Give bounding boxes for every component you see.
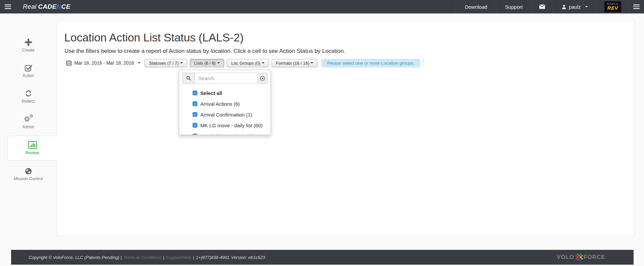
footer-separator: | [193,255,194,260]
brand-n: N [56,3,61,10]
list-option[interactable]: ✓ Arrival Confirmation (1) [182,109,268,120]
checkbox-checked-icon[interactable]: ✓ [193,112,197,117]
user-icon [562,4,566,9]
sidebar-item-admin[interactable]: ⚙ ⚙ Admin [0,115,56,129]
sidebar-item-action[interactable]: Action [0,64,56,78]
nav-mobile-rev[interactable]: MOBILE REV [597,0,629,13]
chevron-down-icon [585,6,588,7]
brand-cade: CADE [38,3,56,10]
sidebar-item-label: Mission Control [14,176,43,181]
dropdown-search-group [182,73,268,84]
search-input[interactable] [195,73,258,84]
page-title: Location Action List Status (LALS-2) [64,31,244,44]
globe-icon [25,168,32,175]
brand-ce: CE [61,3,70,10]
brand-real: Real [23,3,36,10]
mobile-rev-logo: MOBILE REV [604,1,621,12]
circle-x-icon [260,76,265,81]
sidebar-item-label: Action [23,73,34,78]
filter-toolbar: Mar 18, 2016 - Mar 18, 2016 Statuses (7 … [65,59,424,67]
search-icon [186,76,191,81]
toolbar-divider [423,59,424,67]
top-navbar: RealCADENCE Download Support paulz MOBIL… [0,0,644,13]
support-help-link[interactable]: Support/Help [166,255,191,260]
footer-copyright: Copyright © VoloForce, LLC (Patents Pend… [29,255,122,260]
voloforce-logo: VOLO FORCE [557,253,605,261]
checkbox-check-icon [25,64,32,72]
footer-version: Version: eb1c523 [231,255,265,260]
page: RealCADENCE Download Support paulz MOBIL… [0,0,644,266]
voloforce-logo-left: VOLO [557,254,574,261]
option-label: MK LG move - daily list (60) [200,123,263,128]
left-sidebar: Create Action Reflect ⚙ ⚙ [0,13,56,266]
checkbox-checked-icon[interactable]: ✓ [193,101,197,106]
sidebar-item-label: Create [22,48,35,53]
hamburger-icon [5,3,11,10]
nav-user-menu[interactable]: paulz [553,0,597,13]
loc-groups-filter-label: Loc Groups (0) [231,61,260,66]
checkbox-checked-icon[interactable]: ✓ [193,134,197,135]
footer-separator: | [163,255,164,260]
option-label: Arrival Actions (6) [200,101,240,107]
select-all-option[interactable]: ✓ Select all [182,88,268,98]
chevron-down-icon [138,62,140,64]
footer-bar: Copyright © VoloForce, LLC (Patents Pend… [11,250,634,265]
list-option[interactable]: ✓ MK LG move - daily list (60) [182,120,268,131]
option-label: Sandwich Board Jan (2) [200,133,254,135]
envelope-icon [539,4,545,9]
terms-link[interactable]: Terms & Conditions [123,255,161,260]
refresh-icon [25,90,32,97]
statuses-filter-label: Statuses (7 / 7) [149,61,178,66]
nav-support-label: Support [505,4,523,10]
nav-messages[interactable] [531,0,553,13]
option-label: Select all [200,90,222,96]
list-option[interactable]: ✓ Sandwich Board Jan (2) [182,131,268,135]
page-subtitle: Use the filters below to create a report… [65,48,345,55]
voloforce-logo-right: FORCE [584,254,606,261]
dropdown-list: ✓ Select all ✓ Arrival Actions (6) ✓ Arr… [182,88,268,135]
date-range-value: Mar 18, 2016 - Mar 18, 2016 [74,60,134,66]
gears-icon: ⚙ ⚙ [24,115,33,123]
sidebar-item-label: Admin [22,125,34,129]
list-option[interactable]: ✓ Arrival Actions (6) [182,98,268,109]
statuses-filter-button[interactable]: Statuses (7 / 7) [145,59,187,67]
sidebar-item-label: Review [26,151,39,155]
formats-filter-button[interactable]: Formats (16 / 16) [272,59,318,67]
checkbox-checked-icon[interactable]: ✓ [193,91,197,95]
sidebar-item-create[interactable]: Create [0,38,56,53]
lists-filter-label: Lists (6 / 6) [194,61,216,66]
checkbox-checked-icon[interactable]: ✓ [193,123,197,128]
sidebar-item-mission-control[interactable]: Mission Control [0,168,56,181]
chevron-down-icon [311,62,313,64]
formats-filter-label: Formats (16 / 16) [276,61,310,66]
brand-logo[interactable]: RealCADENCE [23,0,70,13]
content-card: Location Action List Status (LALS-2) Use… [56,21,634,236]
footer-phone: 1+(877)836-4901 [196,255,230,260]
menu-toggle-button[interactable] [0,0,15,13]
sidebar-item-review-active[interactable]: Review [7,136,57,161]
mobile-rev-main: REV [607,5,618,10]
plus-icon [25,38,32,46]
footer-text: Copyright © VoloForce, LLC (Patents Pend… [29,255,265,260]
sidebar-item-label: Reflect [22,99,35,104]
location-groups-alert: Please select one or more Location group… [322,59,420,67]
chevron-down-icon [262,62,265,64]
bar-chart-icon [28,141,37,149]
nav-support[interactable]: Support [496,0,532,13]
hamburger-icon [633,3,640,10]
nav-menu-button[interactable] [629,0,644,13]
nav-download[interactable]: Download [456,0,496,13]
calendar-icon [66,60,72,66]
pinwheel-icon [575,253,583,261]
nav-spacer [70,0,456,13]
lists-dropdown-panel: ✓ Select all ✓ Arrival Actions (6) ✓ Arr… [179,70,271,135]
nav-download-label: Download [465,4,487,10]
sidebar-item-reflect[interactable]: Reflect [0,90,56,104]
date-range-picker[interactable]: Mar 18, 2016 - Mar 18, 2016 [65,60,142,66]
search-addon [182,73,195,84]
lists-filter-button[interactable]: Lists (6 / 6) [190,59,224,67]
chevron-down-icon [217,62,220,64]
loc-groups-filter-button[interactable]: Loc Groups (0) [227,59,269,67]
chevron-down-icon [180,62,183,64]
clear-search-button[interactable] [258,73,268,84]
